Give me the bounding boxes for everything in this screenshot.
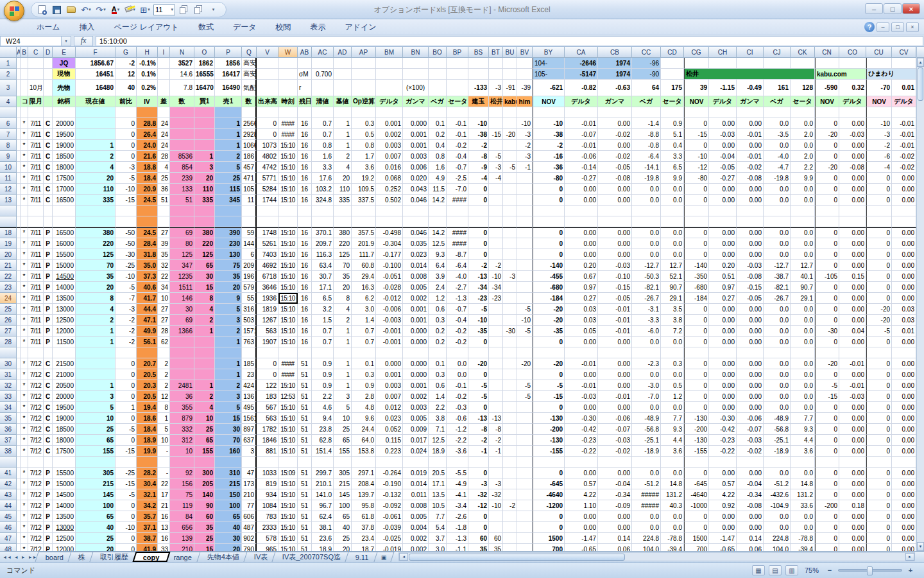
cell[interactable]: 20.5 — [137, 391, 158, 402]
cell[interactable]: 0 — [684, 249, 709, 260]
cell[interactable]: 7/12 — [28, 391, 44, 402]
cell[interactable]: 0.0 — [661, 402, 684, 413]
cell[interactable]: -1 — [517, 162, 533, 173]
cell[interactable]: 2 — [215, 380, 242, 391]
cell[interactable]: -0.01 — [737, 129, 764, 140]
cell[interactable]: 29.4 — [352, 271, 376, 282]
cell[interactable]: 0.00 — [737, 326, 764, 337]
cell[interactable] — [21, 347, 28, 358]
cell[interactable]: 144 — [242, 238, 257, 249]
cell[interactable]: 357.5 — [352, 227, 376, 238]
cell[interactable]: -140 — [684, 260, 709, 271]
cell[interactable]: -0.264 — [376, 468, 403, 478]
cell[interactable]: -0.02 — [892, 151, 916, 162]
cell[interactable] — [194, 358, 215, 369]
cell[interactable]: 145 — [334, 489, 352, 500]
cell[interactable]: 0.0 — [764, 522, 791, 533]
cell[interactable]: 0.0 — [764, 118, 791, 129]
cell[interactable]: 0 — [815, 413, 839, 424]
cell[interactable] — [44, 216, 53, 227]
cell[interactable]: -2 — [468, 140, 489, 151]
row-header[interactable]: 47 — [0, 533, 17, 544]
cell[interactable]: 0 — [866, 522, 892, 533]
cell[interactable]: セータ — [447, 96, 468, 107]
cell[interactable]: 0.043 — [403, 184, 429, 195]
cell[interactable]: 3 — [215, 391, 242, 402]
cell[interactable]: 0.00 — [839, 140, 866, 151]
cell[interactable]: 77 — [242, 500, 257, 511]
cell[interactable]: 0.00 — [709, 522, 737, 533]
cell[interactable]: 7/11 — [28, 315, 44, 326]
cell[interactable]: 19.4 — [137, 402, 158, 413]
cell[interactable] — [503, 358, 517, 369]
cell[interactable]: -51.2 — [632, 478, 661, 489]
row-header[interactable]: 24 — [0, 293, 17, 304]
cell[interactable]: 12.5 — [429, 238, 447, 249]
cell[interactable]: 0.00 — [709, 195, 737, 206]
cell[interactable]: 15:10 — [278, 424, 298, 435]
cell[interactable]: 305 — [334, 468, 352, 478]
cell[interactable]: 0.007 — [376, 391, 403, 402]
cell[interactable]: 0 — [684, 326, 709, 337]
cell[interactable] — [137, 216, 158, 227]
cell[interactable]: -50 — [116, 227, 137, 238]
cell[interactable]: 14000 — [53, 500, 76, 511]
cell[interactable]: 0 — [533, 337, 565, 347]
cell[interactable]: 数 — [170, 96, 194, 107]
row-header[interactable]: 12 — [0, 184, 17, 195]
cell[interactable]: 335 — [76, 195, 116, 206]
cell[interactable]: 5 — [76, 402, 116, 413]
cell[interactable]: 0.008 — [403, 500, 429, 511]
cell[interactable]: 139 — [170, 533, 194, 544]
cell[interactable]: 20 — [76, 544, 116, 551]
cell[interactable]: * — [21, 282, 28, 293]
cell[interactable] — [517, 511, 533, 522]
cell[interactable] — [257, 206, 278, 216]
cell[interactable] — [489, 369, 503, 380]
cell[interactable]: 4802 — [257, 151, 278, 162]
cell[interactable]: 35.0 — [137, 260, 158, 271]
cell[interactable] — [489, 184, 503, 195]
cell[interactable]: P — [44, 271, 53, 282]
cell[interactable] — [489, 402, 503, 413]
cell[interactable]: 29.1 — [661, 293, 684, 304]
cell[interactable] — [503, 380, 517, 391]
cell[interactable]: 0.0 — [791, 238, 815, 249]
cell[interactable] — [839, 206, 866, 216]
cell[interactable]: -4.7 — [764, 162, 791, 173]
cell[interactable]: 7.7 — [791, 413, 815, 424]
cell[interactable]: -15 — [815, 391, 839, 402]
cell[interactable]: 0.000 — [403, 326, 429, 337]
cell[interactable]: 20000 — [53, 391, 76, 402]
zoom-slider-thumb[interactable] — [867, 566, 873, 575]
cell[interactable]: 0.00 — [709, 140, 737, 151]
cell[interactable]: 3.5 — [661, 304, 684, 315]
cell[interactable]: 0.00 — [709, 337, 737, 347]
cell[interactable]: 1974 — [598, 69, 632, 80]
column-header[interactable]: CO — [839, 47, 866, 58]
cell[interactable]: -0.2 — [447, 326, 468, 337]
cell[interactable]: 965 — [257, 544, 278, 551]
cell[interactable]: 1500 — [533, 533, 565, 544]
cell[interactable]: -80 — [533, 173, 565, 184]
cell[interactable]: 0 — [866, 402, 892, 413]
cell[interactable]: 29.1 — [791, 293, 815, 304]
cell[interactable]: 119 — [170, 500, 194, 511]
cell[interactable]: 897 — [242, 424, 257, 435]
cell[interactable]: 18.4 — [137, 424, 158, 435]
cell[interactable]: -23 — [489, 293, 503, 304]
cell[interactable]: ガンマ — [598, 96, 632, 107]
cell[interactable]: 1.4 — [429, 391, 447, 402]
cell[interactable]: -5147 — [565, 69, 598, 80]
cell[interactable]: 高安 — [242, 69, 257, 80]
cell[interactable]: 0.00 — [839, 489, 866, 500]
cell[interactable]: -4.0 — [447, 271, 468, 282]
cell[interactable]: -82.1 — [764, 282, 791, 293]
cell[interactable]: 0 — [116, 358, 137, 369]
cell[interactable]: #### — [278, 358, 298, 369]
cell[interactable]: 141.0 — [312, 489, 334, 500]
cell[interactable]: -20 — [468, 358, 489, 369]
cell[interactable] — [215, 457, 242, 468]
cell[interactable]: 0.0 — [632, 337, 661, 347]
cell[interactable]: 0.068 — [376, 173, 403, 184]
